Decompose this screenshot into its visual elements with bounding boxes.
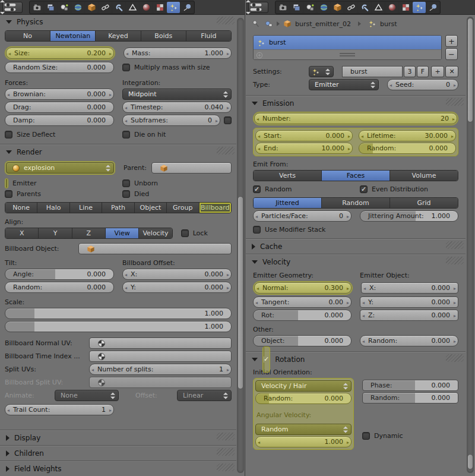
render-layers-tab[interactable]	[44, 2, 57, 13]
scale-y-slider[interactable]: 1.000	[5, 321, 232, 332]
random-size-field[interactable]: Random Size: 0.000	[5, 62, 114, 73]
subframes-checkbox[interactable]	[224, 116, 232, 124]
align-z[interactable]: Z	[72, 228, 106, 238]
mode-halo[interactable]: Halo	[37, 203, 69, 213]
died-checkbox[interactable]	[122, 190, 130, 198]
right-scrollbar-end-cap[interactable]	[467, 454, 473, 469]
drag-field[interactable]: Drag: 0.000	[5, 102, 114, 113]
panel-drag-hatch[interactable]	[446, 257, 464, 264]
pin-icon[interactable]	[252, 20, 260, 28]
panel-drag-hatch[interactable]	[217, 433, 235, 440]
rotation-panel-header[interactable]: Rotation	[246, 352, 466, 367]
display-panel-header[interactable]: Display	[0, 431, 236, 445]
size-field[interactable]: Size: 0.200	[6, 48, 114, 59]
render-panel-header[interactable]: Render	[0, 145, 236, 159]
dist-jittered[interactable]: Jittered	[254, 198, 322, 208]
settings-browse-button[interactable]	[309, 66, 334, 77]
tangent-field[interactable]: Tangent: 0.00	[253, 297, 352, 308]
modifiers-tab[interactable]	[112, 2, 125, 13]
world-tab[interactable]	[71, 2, 84, 13]
dist-random[interactable]: Random	[322, 198, 390, 208]
emitter-object-x-field[interactable]: X: 0.000	[361, 282, 458, 294]
object-data-tab[interactable]	[126, 2, 139, 13]
velocity-panel-header[interactable]: Velocity	[246, 255, 466, 269]
dynamic-checkbox[interactable]	[362, 432, 370, 440]
settings-name-input[interactable]: burst	[342, 66, 403, 77]
mode-billboard[interactable]: Billboard	[200, 203, 231, 213]
constraints-tab[interactable]	[99, 2, 112, 13]
emitter-object-y-field[interactable]: Y: 0.000	[360, 297, 458, 308]
list-add-button[interactable]: +	[445, 35, 458, 47]
end-field[interactable]: End: 10.000	[255, 143, 353, 154]
orientation-random-slider[interactable]: Random: 0.000	[255, 393, 352, 404]
size-deflect-checkbox[interactable]	[5, 131, 12, 138]
cache-panel-header[interactable]: Cache	[246, 239, 466, 254]
emitter-checkbox[interactable]	[6, 179, 7, 188]
particles-tab[interactable]	[413, 2, 426, 13]
unborn-checkbox[interactable]	[122, 179, 130, 187]
render-tab[interactable]	[30, 2, 43, 13]
users-count-button[interactable]: 3	[404, 66, 416, 77]
emit-faces[interactable]: Faces	[322, 171, 390, 181]
trail-count-field[interactable]: Trail Count: 1	[5, 404, 114, 415]
angular-velocity-dropdown[interactable]: Random	[255, 424, 352, 435]
physics-tab[interactable]	[426, 2, 439, 13]
seed-field[interactable]: Seed: 0	[387, 79, 458, 90]
emitter-object-z-field[interactable]: Z: 0.000	[360, 310, 458, 321]
emission-panel-header[interactable]: Emission	[246, 96, 466, 111]
use-modifier-stack-checkbox[interactable]	[253, 226, 261, 234]
material-tab[interactable]	[385, 2, 398, 13]
tab-fluid[interactable]: Fluid	[186, 31, 231, 41]
rotation-enable-checkbox[interactable]	[264, 347, 269, 372]
phase-slider[interactable]: Phase: 0.000	[362, 380, 458, 391]
lock-checkbox[interactable]	[181, 229, 189, 237]
multiply-mass-checkbox[interactable]	[122, 64, 130, 71]
tab-newtonian[interactable]: Newtonian	[50, 31, 96, 41]
physics-panel-header[interactable]: Physics	[0, 15, 236, 29]
tab-keyed[interactable]: Keyed	[96, 31, 141, 41]
object-velocity-slider[interactable]: Object: 0.000	[253, 335, 352, 346]
panel-drag-hatch[interactable]	[446, 354, 464, 362]
constraints-tab[interactable]	[344, 2, 357, 13]
left-scrollbar-track[interactable]	[237, 18, 244, 473]
mass-field[interactable]: Mass: 1.000	[124, 48, 232, 59]
particles-per-face-field[interactable]: Particles/Face: 0	[253, 210, 352, 222]
scene-tab[interactable]	[58, 2, 71, 13]
list-resize-grip[interactable]	[340, 53, 355, 56]
offset-dropdown[interactable]: Linear	[177, 390, 232, 401]
panel-drag-hatch[interactable]	[446, 98, 464, 106]
start-field[interactable]: Start: 0.000	[255, 130, 353, 141]
number-field[interactable]: Number: 20	[254, 113, 457, 124]
phase-random-slider[interactable]: Random: 0.000	[362, 392, 458, 404]
panel-drag-hatch[interactable]	[217, 464, 235, 471]
align-velocity[interactable]: Velocity	[139, 228, 172, 238]
material-tab[interactable]	[140, 2, 153, 13]
tilt-angle-slider[interactable]: Angle: 0.000	[5, 269, 114, 280]
align-x[interactable]: X	[5, 228, 39, 238]
mode-line[interactable]: Line	[70, 203, 102, 213]
panel-drag-hatch[interactable]	[217, 448, 235, 456]
object-tab[interactable]	[85, 2, 98, 13]
editor-type-selector[interactable]	[248, 2, 268, 13]
mode-none[interactable]: None	[5, 203, 37, 213]
billboard-split-uv-field[interactable]	[89, 377, 232, 388]
random-velocity-field[interactable]: Random: 0.000	[360, 335, 458, 346]
physics-tab[interactable]	[180, 2, 194, 13]
breadcrumb-object-name[interactable]: burst_emitter_02	[295, 20, 351, 28]
right-scrollbar-thumb[interactable]	[467, 18, 473, 122]
billboard-normal-uv-field[interactable]	[89, 338, 232, 349]
die-on-hit-checkbox[interactable]	[122, 131, 130, 138]
angular-velocity-amount-field[interactable]: 1.000	[255, 436, 352, 447]
scene-tab[interactable]	[303, 2, 316, 13]
integrator-dropdown[interactable]: Midpoint	[122, 89, 232, 100]
scale-x-slider[interactable]: 1.000	[5, 308, 232, 319]
emit-volume[interactable]: Volume	[390, 171, 458, 181]
tilt-random-field[interactable]: Random: 0.000	[5, 282, 114, 293]
unlink-button[interactable]: ✕	[445, 66, 458, 77]
parents-checkbox[interactable]	[5, 190, 12, 198]
random-order-checkbox[interactable]	[253, 185, 261, 193]
tab-no[interactable]: No	[5, 31, 50, 41]
scene-icon[interactable]	[265, 20, 273, 28]
orientation-dropdown[interactable]: Velocity / Hair	[255, 380, 352, 392]
modifiers-tab[interactable]	[358, 2, 371, 13]
